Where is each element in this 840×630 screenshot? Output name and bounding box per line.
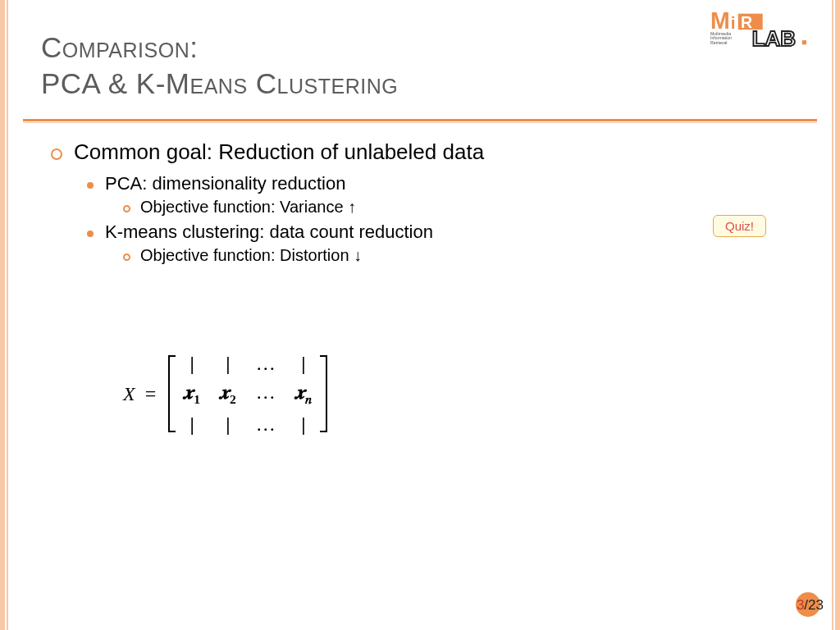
right-bracket-icon (318, 354, 330, 433)
bullet-main-text: Common goal: Reduction of unlabeled data (74, 139, 484, 165)
title-line-1: Comparison: (41, 30, 684, 66)
bullet-kmeans: K-means clustering: data count reduction (87, 221, 791, 243)
ring-bullet-icon (123, 253, 130, 261)
disc-bullet-icon (87, 182, 94, 189)
svg-text:M: M (710, 8, 730, 34)
matrix-cell: | (295, 353, 312, 375)
svg-text:i: i (731, 13, 736, 32)
svg-text:Multimedia: Multimedia (710, 31, 731, 36)
bullet-pca-sub: Objective function: Variance ↑ (123, 198, 791, 217)
matrix-cell: | (295, 413, 312, 436)
equation-lhs: X (123, 383, 135, 405)
svg-text:R: R (741, 13, 752, 31)
bullet-kmeans-text: K-means clustering: data count reduction (105, 221, 433, 243)
matrix-cell: | (220, 353, 236, 375)
matrix-cell: | (220, 413, 236, 436)
page-total: 23 (808, 597, 824, 613)
bullet-kmeans-sub: Objective function: Distortion ↓ (123, 246, 791, 265)
svg-text:Retrieval: Retrieval (710, 40, 727, 45)
left-bracket-icon (166, 354, 177, 433)
bullet-pca-sub-text: Objective function: Variance ↑ (140, 198, 356, 217)
slide-title: Comparison: PCA & K-Means Clustering (41, 30, 684, 102)
matrix-cell: | (184, 413, 200, 436)
quiz-badge: Quiz! (713, 215, 766, 237)
matrix-cell: … (256, 381, 276, 407)
matrix-cell: … (256, 413, 276, 436)
bullet-kmeans-sub-text: Objective function: Distortion ↓ (140, 246, 362, 265)
matrix-cell: 𝒙𝑛 (295, 381, 312, 407)
mir-lab-logo: M i R Multimedia Information Retrieval L… (710, 8, 817, 59)
matrix-cell: 𝒙1 (184, 381, 200, 407)
svg-text:Information: Information (710, 35, 732, 40)
ring-bullet-icon (123, 205, 130, 212)
page-current: 3 (797, 597, 804, 613)
bullet-pca-text: PCA: dimensionality reduction (105, 173, 345, 194)
equation-equals: = (145, 383, 157, 405)
ring-bullet-icon (51, 148, 62, 160)
title-line-2: PCA & K-Means Clustering (41, 66, 684, 102)
matrix-cell: … (256, 353, 276, 375)
content-area: Common goal: Reduction of unlabeled data… (51, 139, 791, 270)
accent-rule (23, 119, 817, 124)
disc-bullet-icon (87, 231, 94, 237)
svg-text:LAB: LAB (752, 26, 796, 51)
equation-x-matrix: X = | | … | 𝒙1 𝒙2 … 𝒙𝑛 | | … | (123, 353, 330, 436)
matrix-cell: | (184, 353, 200, 375)
bullet-pca: PCA: dimensionality reduction (87, 173, 791, 194)
bullet-main: Common goal: Reduction of unlabeled data (51, 139, 791, 165)
matrix-body: | | … | 𝒙1 𝒙2 … 𝒙𝑛 | | … | (184, 353, 312, 436)
matrix-cell: 𝒙2 (220, 381, 236, 407)
page-number: 3/23 (797, 597, 824, 614)
svg-rect-8 (802, 40, 806, 44)
